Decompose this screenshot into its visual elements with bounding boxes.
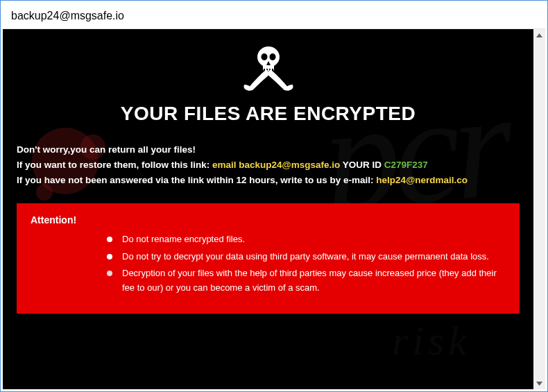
message-line-2: If you want to restore them, follow this… [17,158,520,173]
message-line-1: Don't worry,you can return all your file… [17,143,520,157]
window-frame: backup24@msgsafe.io pcr risk [0,0,548,392]
main-title: YOUR FILES ARE ENCRYPTED [17,103,520,125]
message-line-3: If you have not been answered via the li… [17,173,520,188]
list-item: Do not rename encrypted files. [107,232,506,247]
list-item: Do not try to decrypt your data using th… [107,250,506,264]
svg-point-5 [261,53,267,60]
your-id-label: YOUR ID [340,160,384,170]
window-title: backup24@msgsafe.io [11,10,124,22]
window: backup24@msgsafe.io pcr risk [3,3,545,389]
scroll-up-arrow-icon[interactable] [533,29,545,41]
line2-prefix: If you want to restore them, follow this… [17,160,212,170]
skull-cutlass-icon [237,42,300,92]
ransom-note-content: pcr risk [3,29,533,389]
vertical-scrollbar[interactable] [533,29,545,389]
primary-email: email backup24@msgsafe.io [212,160,340,170]
secondary-email: help24@nerdmail.co [376,175,468,185]
titlebar: backup24@msgsafe.io [3,3,545,29]
attention-box: Attention! Do not rename encrypted files… [17,203,520,314]
attention-list: Do not rename encrypted files. Do not tr… [31,232,506,296]
svg-point-6 [269,53,275,60]
list-item: Decryption of your files with the help o… [107,266,506,296]
scroll-down-arrow-icon[interactable] [533,377,545,389]
svg-marker-12 [536,33,542,37]
watermark-subtext: risk [392,317,471,365]
svg-marker-13 [536,382,542,386]
attention-title: Attention! [31,214,506,225]
line3-prefix: If you have not been answered via the li… [17,175,376,185]
victim-id: C279F237 [384,160,428,170]
skull-logo-wrap [17,42,520,94]
content-wrap: pcr risk [3,29,545,389]
